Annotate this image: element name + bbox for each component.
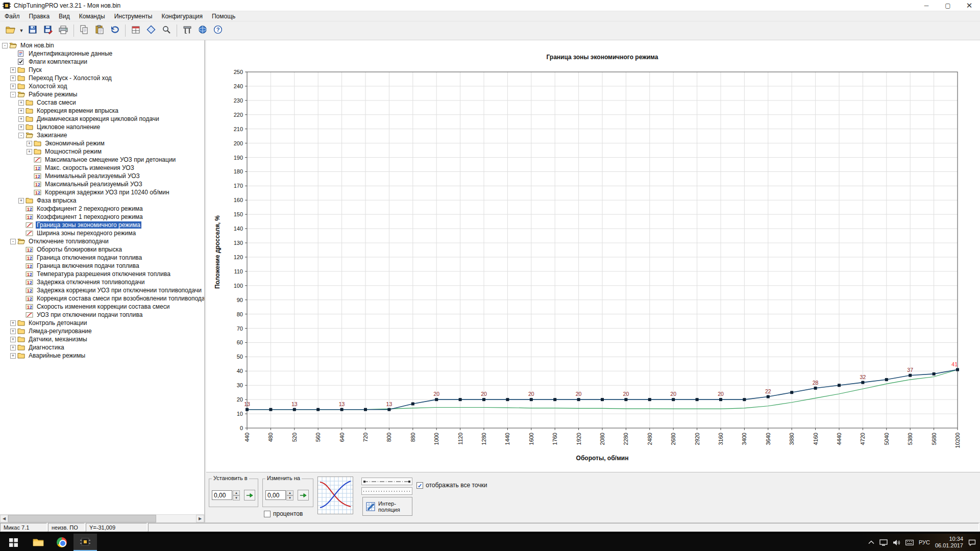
compare-table-button[interactable] [128,23,143,38]
tree-item[interactable]: -Рабочие режимы [0,90,204,98]
taskbar-clock[interactable]: 10:34 06.01.2017 [935,536,963,549]
tree-item[interactable]: +Диагностика [0,343,204,352]
taskbar-chrome-button[interactable] [50,534,74,551]
expand-icon[interactable]: + [10,353,16,359]
chart-point[interactable] [316,408,320,411]
chart-point[interactable] [293,408,296,411]
tree-item[interactable]: 12Коэффициент 2 переходного режима [0,205,204,213]
maximize-button[interactable]: ▢ [937,0,959,11]
chart-point[interactable] [482,398,485,401]
tree-item[interactable]: +Аварийные режимы [0,352,204,360]
tree-item[interactable]: 12Коэффициент 1 переходного режима [0,213,204,221]
tree-item[interactable]: +Датчики, механизмы [0,335,204,343]
open-file-button[interactable] [3,23,18,38]
chart-point[interactable] [530,398,533,401]
expand-icon[interactable]: + [27,141,32,146]
apply-change-button[interactable] [298,490,309,500]
scrollbar-thumb[interactable] [8,515,156,522]
chart-point[interactable] [885,378,888,381]
set-value-spinner[interactable]: ▲▼ [233,490,240,500]
action-center-icon[interactable] [968,539,976,546]
volume-icon[interactable] [893,539,900,546]
collapse-icon[interactable]: - [10,239,16,244]
keyboard-icon[interactable] [905,540,914,545]
undo-button[interactable] [107,23,122,38]
scroll-right-button[interactable]: ▶ [196,515,204,522]
3d-view-button[interactable] [195,23,210,38]
menu-item-2[interactable]: Вид [54,12,75,21]
spinner-up-icon[interactable]: ▲ [233,490,240,495]
menu-item-3[interactable]: Команды [75,12,110,21]
chart-point[interactable] [956,368,959,371]
tree-item[interactable]: +Экономичный режим [0,139,204,147]
zoom-button[interactable] [159,23,174,38]
copy-button[interactable] [77,23,92,38]
tree-item[interactable]: +Динамическая коррекция цикловой подачи [0,115,204,123]
scroll-left-button[interactable]: ◀ [0,515,8,522]
chart-point[interactable] [411,403,414,406]
spinner-up-icon[interactable]: ▲ [286,490,293,495]
chart-point[interactable] [838,384,841,387]
tree-item[interactable]: Граница зоны экономичного режима [0,221,204,229]
tree-item[interactable]: 12Температура разрешения отключения топл… [0,270,204,278]
expand-icon[interactable]: + [10,76,16,81]
chart-point[interactable] [696,398,699,401]
help-button[interactable]: ? [210,23,226,38]
save-button[interactable] [25,23,40,38]
set-value-input[interactable] [212,490,232,500]
expand-icon[interactable]: + [10,67,16,73]
spinner-down-icon[interactable]: ▼ [233,495,240,500]
spinner-down-icon[interactable]: ▼ [286,495,293,500]
interpolation-button[interactable]: Интер-поляция [362,497,412,516]
tree-item[interactable]: +Фаза впрыска [0,196,204,205]
menu-item-6[interactable]: Помощь [207,12,240,21]
menu-item-0[interactable]: Файл [0,12,24,21]
chart-point[interactable] [506,398,509,401]
tree-item[interactable]: 12Граница включения подачи топлива [0,262,204,270]
language-indicator[interactable]: РУС [919,539,930,545]
tray-expand-icon[interactable] [868,540,874,544]
tree-item[interactable]: 12Максимальный реализуемый УОЗ [0,180,204,188]
chart-point[interactable] [767,395,770,398]
tree-item[interactable]: Ширина зоны переходного режима [0,229,204,237]
show-all-points-checkbox[interactable]: ✓ отображать все точки [416,482,487,489]
tree-item[interactable]: 12Коррекция задержки УОЗ при 10240 об/ми… [0,188,204,196]
tree-item[interactable]: Идентификационные данные [0,49,204,58]
tree-item[interactable]: 12Минимальный реализуемый УОЗ [0,172,204,180]
tree-item[interactable]: 12Коррекция состава смеси при возобновле… [0,294,204,303]
expand-icon[interactable]: + [10,320,16,326]
close-button[interactable]: ✕ [959,0,980,11]
taskbar-chiptuning-button[interactable] [74,534,97,551]
line-style-dots-option[interactable] [361,487,412,495]
chart-point[interactable] [601,398,604,401]
chart-point[interactable] [364,408,367,411]
taskbar-explorer-button[interactable] [27,534,50,551]
tree-item[interactable]: -Зажигание [0,131,204,139]
chart-point[interactable] [269,408,272,411]
tree-item[interactable]: +Цикловое наполнение [0,123,204,131]
change-value-input[interactable] [265,490,286,500]
expand-icon[interactable]: + [10,329,16,334]
save-as-button[interactable] [40,23,56,38]
show-all-points-checkbox-box[interactable]: ✓ [416,482,423,489]
tree-item[interactable]: 12Граница отключения подачи топлива [0,254,204,262]
expand-icon[interactable]: + [18,124,24,130]
tree-item[interactable]: -Моя нов.bin [0,41,204,49]
chart-point[interactable] [672,398,675,401]
tree-item[interactable]: 12Обороты блокировки впрыска [0,245,204,254]
chart-point[interactable] [909,374,912,377]
percent-checkbox[interactable]: процентов [264,510,303,517]
tree-horizontal-scrollbar[interactable]: ◀ ▶ [0,514,204,522]
diamond-view-button[interactable] [143,23,159,38]
expand-icon[interactable]: + [18,100,24,106]
chart-point[interactable] [719,398,722,401]
chart-point[interactable] [790,391,793,394]
print-button[interactable] [56,23,71,38]
measure-button[interactable] [180,23,195,38]
tree-item[interactable]: +Переход Пуск - Холостой ход [0,74,204,82]
expand-icon[interactable]: + [27,149,32,155]
change-value-spinner[interactable]: ▲▼ [286,490,293,500]
tree-item[interactable]: +Коррекция времени впрыска [0,107,204,115]
chart-point[interactable] [246,408,249,411]
tree-item[interactable]: +Мощностной режим [0,147,204,156]
